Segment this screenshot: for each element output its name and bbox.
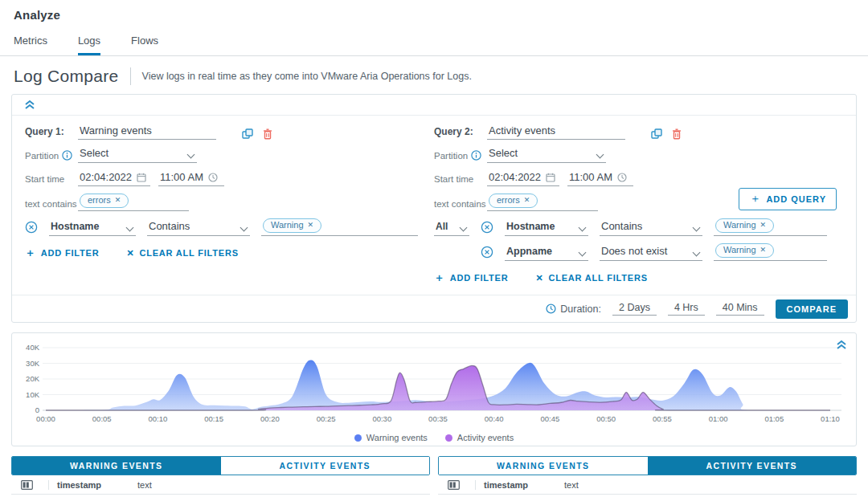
svg-text:00:35: 00:35: [428, 414, 448, 423]
filter-chip: Warning ✕: [263, 218, 321, 233]
section-title-row: Log Compare View logs in real time as th…: [0, 56, 868, 94]
chevron-down-icon: [126, 224, 134, 232]
chip-label: Warning: [723, 220, 756, 230]
calendar-icon[interactable]: [137, 173, 146, 182]
filter-field-select[interactable]: Appname: [505, 246, 588, 261]
add-query-label: ADD QUERY: [766, 194, 826, 204]
info-icon[interactable]: [471, 150, 481, 161]
legend-warning-events[interactable]: Warning events: [354, 433, 428, 442]
duration-mins-input[interactable]: 40 Mins: [716, 302, 764, 316]
filter-chip: Warning ✕: [715, 243, 774, 258]
events-area-chart[interactable]: 010K20K30K40K00:0000:0500:1000:1500:2000…: [12, 338, 856, 433]
query-collapse-strip: [12, 95, 856, 116]
clock-icon[interactable]: [208, 173, 218, 182]
legend-activity-events[interactable]: Activity events: [445, 433, 514, 442]
chip-remove-icon[interactable]: ✕: [308, 220, 314, 230]
text-contains-field[interactable]: errors ✕: [487, 194, 598, 211]
partition-label: Partition: [434, 151, 468, 161]
tab-logs[interactable]: Logs: [78, 35, 100, 55]
duplicate-query-icon[interactable]: [651, 128, 662, 140]
columns-icon[interactable]: [11, 480, 48, 490]
duration-hours-input[interactable]: 4 Hrs: [668, 302, 705, 316]
add-filter-link[interactable]: ＋ ADD FILTER: [25, 246, 99, 260]
close-icon: ✕: [535, 273, 543, 283]
table-tabstrip: WARNING EVENTS ACTIVITY EVENTS: [11, 456, 430, 475]
tab-warning-events[interactable]: WARNING EVENTS: [439, 457, 648, 475]
time-value: 11:00 AM: [160, 171, 203, 183]
filter-field-select[interactable]: Hostname: [49, 221, 136, 236]
clear-filters-link[interactable]: ✕ CLEAR ALL FILTERS: [535, 271, 647, 285]
duration-label: Duration:: [560, 303, 601, 315]
date-input[interactable]: 02:04:2022: [487, 171, 559, 186]
time-input[interactable]: 11:00 AM: [158, 171, 224, 186]
collapse-panel-icon[interactable]: [23, 99, 36, 111]
tab-warning-events[interactable]: WARNING EVENTS: [12, 457, 221, 475]
duration-days-input[interactable]: 2 Days: [612, 302, 657, 316]
filter-field-select[interactable]: Hostname: [505, 221, 588, 236]
chevron-down-icon: [240, 224, 248, 232]
collapse-chart-icon[interactable]: [835, 339, 848, 351]
column-text[interactable]: text: [556, 480, 857, 490]
svg-text:00:15: 00:15: [204, 414, 223, 423]
result-table-left: WARNING EVENTS ACTIVITY EVENTS timestamp…: [11, 456, 430, 497]
add-filter-label: ADD FILTER: [450, 273, 509, 283]
filter-operator-select[interactable]: Does not exist: [600, 245, 702, 261]
partition-select[interactable]: Select: [487, 147, 606, 163]
compare-button[interactable]: COMPARE: [776, 299, 848, 319]
column-timestamp[interactable]: timestamp: [476, 480, 556, 490]
filter-operator-value: Does not exist: [601, 245, 667, 257]
info-icon[interactable]: [62, 150, 72, 161]
chip-remove-icon[interactable]: ✕: [115, 195, 121, 206]
chart-legend: Warning events Activity events: [12, 433, 856, 442]
filter-value-field[interactable]: Warning ✕: [714, 218, 827, 236]
plus-icon: ＋: [434, 271, 445, 285]
tab-flows[interactable]: Flows: [131, 35, 158, 55]
filter-field-value: Hostname: [506, 221, 555, 232]
remove-filter-icon[interactable]: [481, 246, 493, 259]
tab-activity-events[interactable]: ACTIVITY EVENTS: [221, 457, 430, 475]
remove-filter-icon[interactable]: [481, 221, 493, 234]
query-2-name-input[interactable]: Activity events: [487, 124, 625, 140]
column-timestamp[interactable]: timestamp: [49, 480, 129, 490]
duplicate-query-icon[interactable]: [242, 128, 253, 140]
svg-text:00:50: 00:50: [596, 414, 616, 423]
date-value: 02:04:2022: [489, 171, 541, 183]
columns-icon[interactable]: [438, 480, 475, 490]
date-input[interactable]: 02:04:2022: [78, 171, 150, 186]
chip-remove-icon[interactable]: ✕: [760, 245, 767, 255]
match-all-select[interactable]: All: [434, 221, 469, 236]
text-contains-field[interactable]: errors ✕: [78, 194, 189, 211]
svg-text:00:25: 00:25: [317, 414, 336, 423]
table-tabstrip: WARNING EVENTS ACTIVITY EVENTS: [438, 456, 857, 475]
clock-icon[interactable]: [617, 173, 627, 182]
queries-container: Query 1: Warning events: [12, 116, 856, 295]
time-input[interactable]: 11:00 AM: [567, 171, 633, 186]
calendar-icon[interactable]: [546, 173, 555, 182]
filter-operator-select[interactable]: Contains: [147, 220, 250, 236]
chip-remove-icon[interactable]: ✕: [524, 195, 530, 206]
tab-metrics[interactable]: Metrics: [14, 35, 47, 55]
add-filter-label: ADD FILTER: [41, 248, 100, 258]
tab-activity-events[interactable]: ACTIVITY EVENTS: [648, 457, 857, 475]
filter-value-field[interactable]: Warning ✕: [261, 218, 418, 236]
chip-remove-icon[interactable]: ✕: [760, 220, 767, 230]
add-filter-link[interactable]: ＋ ADD FILTER: [434, 271, 508, 285]
column-text[interactable]: text: [129, 480, 430, 490]
clear-filters-link[interactable]: ✕ CLEAR ALL FILTERS: [126, 246, 238, 260]
query-1-name-input[interactable]: Warning events: [78, 124, 216, 140]
remove-filter-icon[interactable]: [25, 221, 38, 234]
svg-text:00:45: 00:45: [541, 414, 560, 423]
chip-label: errors: [88, 195, 111, 206]
partition-label: Partition: [25, 151, 59, 161]
svg-text:00:00: 00:00: [36, 414, 55, 423]
svg-text:20K: 20K: [26, 374, 40, 383]
delete-query-icon[interactable]: [263, 128, 272, 140]
date-value: 02:04:2022: [80, 171, 132, 183]
filter-value-field[interactable]: Warning ✕: [714, 243, 827, 261]
svg-text:00:20: 00:20: [260, 414, 280, 423]
add-query-button[interactable]: ＋ ADD QUERY: [739, 188, 837, 210]
partition-select[interactable]: Select: [78, 147, 197, 163]
svg-text:00:30: 00:30: [372, 414, 391, 423]
filter-operator-select[interactable]: Contains: [600, 220, 702, 236]
delete-query-icon[interactable]: [672, 128, 682, 140]
